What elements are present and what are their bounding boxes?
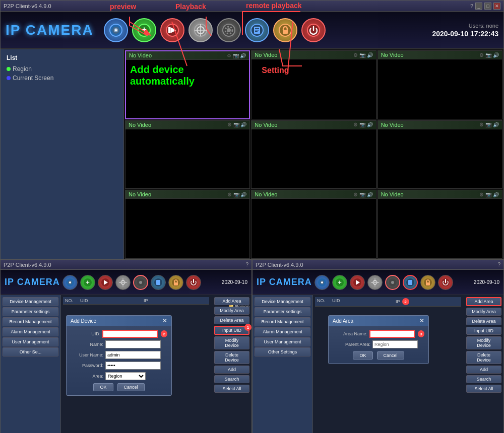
sub-add-btn-right[interactable]: + <box>332 275 347 290</box>
device-management-btn[interactable]: Device Management <box>3 297 58 306</box>
add-device-dialog-body: UID: 2 Name: User Name: Password: <box>67 326 171 395</box>
sub-setting-btn-right[interactable] <box>385 275 400 290</box>
remote-playback-button[interactable] <box>188 18 213 42</box>
parameter-settings-btn-r[interactable]: Parameter settings <box>255 307 310 316</box>
close-btn[interactable]: ✕ <box>493 3 500 10</box>
app-title: P2P Client-v6.4.9.0 <box>4 3 51 9</box>
video-cell-2[interactable]: No Video ⚙ 📷 🔊 <box>377 50 502 119</box>
delete-device-btn-r[interactable]: Delete Device <box>466 351 501 364</box>
parent-area-label: Parent Area: <box>333 342 370 347</box>
sub-remote-btn-left[interactable] <box>115 275 131 290</box>
record-management-btn[interactable]: Record Management <box>3 317 58 326</box>
no-video-bar-3: No Video ⚙ 📷 🔊 <box>125 121 249 129</box>
delete-device-btn[interactable]: Delete Device <box>214 351 249 364</box>
cancel-btn-area[interactable]: Cancel <box>377 351 404 359</box>
sub-help-left[interactable]: ? <box>245 262 248 267</box>
uid-input[interactable] <box>102 330 158 338</box>
add-device-dialog: Add Device ✕ UID: 2 Name: User Name: <box>66 315 172 396</box>
dialog-close-btn[interactable]: ✕ <box>162 317 167 324</box>
sub-playback-btn-right[interactable] <box>350 275 365 290</box>
alarm-management-btn-r[interactable]: Alarm Management <box>255 327 310 336</box>
power-button[interactable] <box>301 18 326 42</box>
action-buttons-left: Add Area Modify Area Delete Area Input U… <box>214 297 249 393</box>
area-select[interactable]: Region <box>105 372 146 380</box>
user-management-btn[interactable]: User Management <box>3 337 58 346</box>
search-btn-left[interactable]: Search <box>214 375 249 383</box>
name-input[interactable] <box>105 340 161 348</box>
sidebar-item-list[interactable]: List <box>5 53 119 62</box>
lock-button[interactable] <box>273 18 297 42</box>
no-video-bar-0: No Video ⚙ 📷 🔊 <box>126 51 249 60</box>
sidebar-item-region[interactable]: Region <box>5 64 119 74</box>
parameter-settings-btn[interactable]: Parameter settings <box>3 307 58 316</box>
password-input[interactable] <box>105 362 161 370</box>
modify-device-btn[interactable]: Modify Device <box>214 336 249 349</box>
select-all-btn-left[interactable]: Select All <box>214 385 249 393</box>
parent-area-input[interactable] <box>372 340 418 348</box>
sub-playback-btn-left[interactable] <box>98 275 113 290</box>
video-cell-0[interactable]: No Video ⚙ 📷 🔊 Add device automatically <box>125 50 250 119</box>
username-input[interactable] <box>105 351 161 359</box>
user-management-btn-r[interactable]: User Management <box>255 337 310 346</box>
other-settings-btn[interactable]: Other Se... <box>3 347 58 356</box>
area-row: Area: Region <box>71 372 167 380</box>
svg-point-57 <box>391 281 394 284</box>
add-btn-left[interactable]: Add <box>214 366 249 374</box>
help-btn[interactable]: ? <box>470 3 473 9</box>
sub-setting-btn-left[interactable] <box>133 275 148 290</box>
ok-btn-dialog-left[interactable]: OK <box>93 383 113 391</box>
content-area: List Region Current Screen No Video ⚙ 📷 … <box>1 49 503 260</box>
sub-power-btn-right[interactable] <box>438 275 453 290</box>
other-settings-btn-r[interactable]: Other Settings <box>255 347 310 356</box>
search-btn-right[interactable]: Search <box>466 375 501 383</box>
input-uid-btn[interactable]: Input UID 1 <box>214 326 249 335</box>
sub-preview-btn-right[interactable] <box>314 275 330 290</box>
preview-button[interactable] <box>104 18 128 42</box>
sub-lock-btn-right[interactable] <box>420 275 435 290</box>
sub-help-right[interactable]: ? <box>497 262 500 267</box>
modify-area-btn-r[interactable]: Modify Area <box>466 308 501 316</box>
video-cell-1[interactable]: No Video ⚙ 📷 🔊 Setting <box>251 50 376 119</box>
add-area-close-btn[interactable]: ✕ <box>419 317 424 324</box>
svg-point-39 <box>139 281 142 284</box>
video-cell-7[interactable]: No Video ⚙ 📷 🔊 <box>251 190 376 259</box>
sub-remote-btn-right[interactable] <box>367 275 383 290</box>
video-cell-8[interactable]: No Video ⚙ 📷 🔊 <box>377 190 502 259</box>
record-management-btn-r[interactable]: Record Management <box>255 317 310 326</box>
input-uid-btn-r[interactable]: Input UID <box>466 327 501 335</box>
video-cell-3[interactable]: No Video ⚙ 📷 🔊 <box>125 120 250 189</box>
add-btn-right[interactable]: Add <box>466 366 501 374</box>
no-video-bar-8: No Video ⚙ 📷 🔊 <box>378 190 502 199</box>
ok-btn-area[interactable]: OK <box>353 351 372 359</box>
sub-power-btn-left[interactable] <box>186 275 201 290</box>
video-cell-4[interactable]: No Video ⚙ 📷 🔊 <box>251 120 376 189</box>
delete-area-btn[interactable]: Delete Area <box>214 316 249 324</box>
minimize-btn[interactable]: _ <box>475 3 482 10</box>
area-name-input[interactable] <box>369 330 415 338</box>
modify-device-btn-r[interactable]: Modify Device <box>466 336 501 349</box>
sub-file-btn-right[interactable] <box>403 275 418 290</box>
add-button[interactable]: + <box>132 18 156 42</box>
select-all-btn-right[interactable]: Select All <box>466 385 501 393</box>
video-cell-6[interactable]: No Video ⚙ 📷 🔊 <box>125 190 250 259</box>
file-button[interactable] <box>245 18 269 42</box>
alarm-management-btn[interactable]: Alarm Management <box>3 327 58 336</box>
sub-logo-left: IP CAMERA <box>5 277 60 287</box>
delete-area-btn-r[interactable]: Delete Area <box>466 317 501 325</box>
device-management-btn-r[interactable]: Device Management <box>255 297 310 306</box>
setting-button[interactable] <box>217 18 241 42</box>
datetime-display: 2020-09-10 17:22:43 <box>432 30 498 38</box>
cancel-btn-dialog-left[interactable]: Cancel <box>117 383 145 391</box>
playback-button[interactable] <box>160 18 184 42</box>
sub-file-btn-left[interactable] <box>151 275 166 290</box>
add-area-btn[interactable]: Add Area <box>214 297 249 305</box>
video-cell-5[interactable]: No Video ⚙ 📷 🔊 <box>377 120 502 189</box>
sub-sidebar-right: Device Management Parameter settings Rec… <box>253 295 313 433</box>
modify-area-btn[interactable]: Modify Area <box>214 307 249 315</box>
maximize-btn[interactable]: □ <box>484 3 491 10</box>
sub-add-btn-left[interactable]: + <box>80 275 95 290</box>
sub-preview-btn-left[interactable] <box>62 275 78 290</box>
sidebar-item-current-screen[interactable]: Current Screen <box>5 74 119 83</box>
sub-lock-btn-left[interactable] <box>168 275 183 290</box>
add-area-btn-r[interactable]: Add Area <box>466 297 501 306</box>
